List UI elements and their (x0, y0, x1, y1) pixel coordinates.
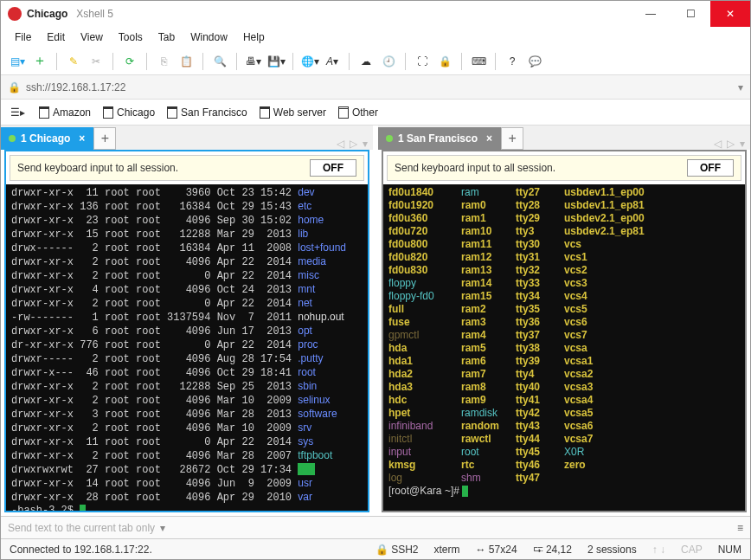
address-dropdown-icon[interactable]: ▾ (738, 81, 743, 93)
bookmark-icon (39, 106, 49, 119)
menu-tools[interactable]: Tools (119, 31, 143, 43)
tab-sanfrancisco[interactable]: 1 San Francisco × (378, 127, 502, 150)
status-sessions: 2 sessions (587, 544, 637, 556)
keyboard-button[interactable]: ⌨ (469, 52, 488, 71)
status-cursor: ⮓ 24,12 (533, 544, 572, 556)
copy-button[interactable]: ⎘ (154, 52, 173, 71)
bookmark-icon (338, 106, 349, 119)
bookmark-icon (103, 106, 113, 119)
cut-button[interactable]: ✂ (87, 52, 106, 71)
tab-prev-icon[interactable]: ◁ (337, 138, 344, 150)
address-input[interactable] (26, 81, 738, 93)
status-termtype: xterm (434, 544, 460, 556)
save-button[interactable]: 💾▾ (266, 52, 286, 71)
new-tab-button[interactable]: + (501, 127, 523, 150)
tab-chicago[interactable]: 1 Chicago × (1, 127, 94, 150)
print-button[interactable]: 🖶▾ (244, 52, 263, 71)
fullscreen-button[interactable]: ⛶ (413, 52, 432, 71)
bookmark-web-server[interactable]: Web server (260, 106, 326, 119)
globe-button[interactable]: 🌐▾ (300, 52, 319, 71)
right-terminal[interactable]: fd0u1840fd0u1920fd0u360fd0u720fd0u800fd0… (383, 184, 745, 511)
split-pane: 1 Chicago × + ◁▷▾ Send keyboard input to… (1, 126, 750, 516)
bookmarks-bar: ☰▸ AmazonChicagoSan FranciscoWeb serverO… (1, 100, 750, 126)
add-button[interactable]: ＋ (30, 52, 49, 71)
app-name: Xshell 5 (76, 8, 113, 20)
menu-view[interactable]: View (80, 31, 103, 43)
tab-next-icon[interactable]: ▷ (727, 138, 735, 150)
bookmark-icon (260, 106, 270, 119)
bookmark-amazon[interactable]: Amazon (39, 106, 91, 119)
status-connection: Connected to 192.168.1.17:22. (10, 544, 152, 556)
bookmarks-menu-button[interactable]: ☰▸ (8, 103, 27, 122)
help-button[interactable]: ? (503, 52, 522, 71)
status-ssh: 🔒 SSH2 (376, 544, 419, 556)
toolbar: ▤▾ ＋ ✎ ✂ ⟳ ⎘ 📋 🔍 🖶▾ 💾▾ 🌐▾ A▾ ☁ 🕘 ⛶ 🔒 ⌨ ?… (1, 48, 750, 75)
banner-text: Send keyboard input to all session. (17, 162, 178, 174)
menu-help[interactable]: Help (243, 31, 265, 43)
menu-file[interactable]: File (15, 31, 31, 43)
history-button[interactable]: 🕘 (379, 52, 398, 71)
cloud-button[interactable]: ☁ (356, 52, 376, 71)
left-tabstrip: 1 Chicago × + ◁▷▾ (1, 126, 373, 150)
left-terminal[interactable]: drwxr-xr-x 11 root root 3960 Oct 23 15:4… (6, 184, 368, 511)
bookmark-chicago[interactable]: Chicago (103, 106, 155, 119)
broadcast-banner: Send keyboard input to all session. OFF (10, 155, 364, 181)
tab-prev-icon[interactable]: ◁ (714, 138, 722, 150)
refresh-button[interactable]: ⟳ (120, 52, 139, 71)
tab-label: 1 Chicago (21, 132, 70, 145)
menu-tab[interactable]: Tab (158, 31, 175, 43)
chat-button[interactable]: 💬 (525, 52, 544, 71)
window-title: Chicago (27, 8, 67, 20)
lock-icon: 🔒 (8, 81, 21, 93)
status-bar: Connected to 192.168.1.17:22. 🔒 SSH2 xte… (1, 538, 750, 559)
right-tabstrip: 1 San Francisco × + ◁▷▾ (378, 126, 750, 150)
right-pane: 1 San Francisco × + ◁▷▾ Send keyboard in… (378, 126, 750, 516)
bookmark-san-francisco[interactable]: San Francisco (167, 106, 247, 119)
status-arrows: ↑ ↓ (652, 544, 665, 556)
tab-next-icon[interactable]: ▷ (350, 138, 357, 150)
bookmark-icon (167, 106, 177, 119)
broadcast-toggle-button[interactable]: OFF (687, 159, 734, 177)
paste-button[interactable]: 📋 (177, 52, 196, 71)
minimize-button[interactable]: — (631, 1, 671, 27)
broadcast-toggle-button[interactable]: OFF (310, 159, 356, 177)
menu-edit[interactable]: Edit (47, 31, 65, 43)
new-session-button[interactable]: ▤▾ (8, 52, 27, 71)
status-num: NUM (718, 544, 741, 556)
compose-menu-icon[interactable]: ≡ (737, 522, 743, 534)
tab-close-icon[interactable]: × (486, 132, 492, 145)
status-cap: CAP (681, 544, 703, 556)
address-bar: 🔒 ▾ (1, 75, 750, 100)
status-size: ↔ 57x24 (476, 544, 517, 556)
left-pane: 1 Chicago × + ◁▷▾ Send keyboard input to… (1, 126, 373, 516)
maximize-button[interactable]: ☐ (671, 1, 710, 27)
font-button[interactable]: A▾ (323, 52, 342, 71)
app-icon (8, 7, 22, 21)
bookmark-other[interactable]: Other (338, 106, 378, 119)
tab-menu-icon[interactable]: ▾ (363, 138, 368, 150)
tab-label: 1 San Francisco (398, 132, 478, 145)
menubar: FileEditViewToolsTabWindowHelp (1, 27, 750, 48)
status-dot-icon (386, 135, 393, 142)
lock-button[interactable]: 🔒 (435, 52, 454, 71)
highlight-button[interactable]: ✎ (64, 52, 83, 71)
close-button[interactable]: ✕ (710, 1, 750, 27)
search-button[interactable]: 🔍 (210, 52, 229, 71)
banner-text: Send keyboard input to all session. (395, 162, 555, 174)
menu-window[interactable]: Window (190, 31, 228, 43)
compose-placeholder: Send text to the current tab only (8, 522, 155, 534)
tab-close-icon[interactable]: × (79, 132, 85, 145)
compose-bar[interactable]: Send text to the current tab only ▾ ≡ (1, 516, 750, 538)
titlebar: Chicago Xshell 5 — ☐ ✕ (1, 1, 750, 27)
compose-dropdown-icon[interactable]: ▾ (160, 522, 165, 534)
broadcast-banner: Send keyboard input to all session. OFF (387, 155, 741, 181)
status-dot-icon (9, 135, 16, 142)
new-tab-button[interactable]: + (93, 127, 116, 150)
tab-menu-icon[interactable]: ▾ (740, 138, 745, 150)
